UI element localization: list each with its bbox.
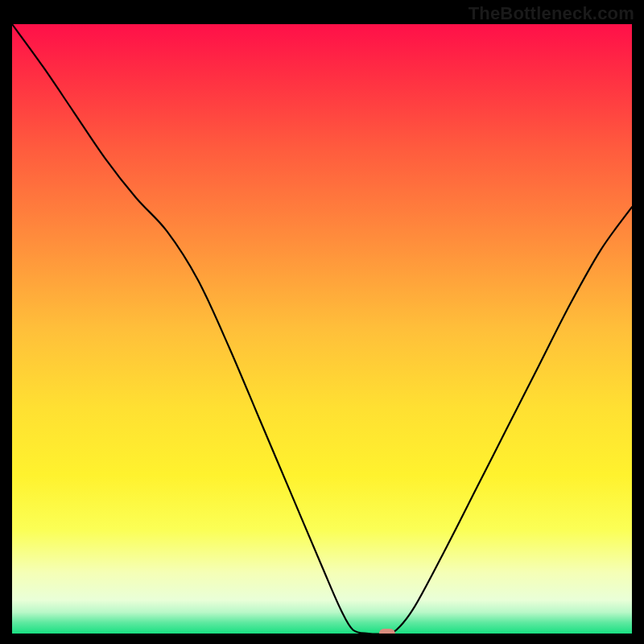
attribution-label: TheBottleneck.com (469, 3, 634, 24)
plot-area (12, 24, 632, 634)
gradient-background (12, 24, 632, 634)
chart-container: TheBottleneck.com (0, 0, 644, 644)
chart-svg (12, 24, 632, 634)
optimal-point-marker (379, 629, 395, 634)
